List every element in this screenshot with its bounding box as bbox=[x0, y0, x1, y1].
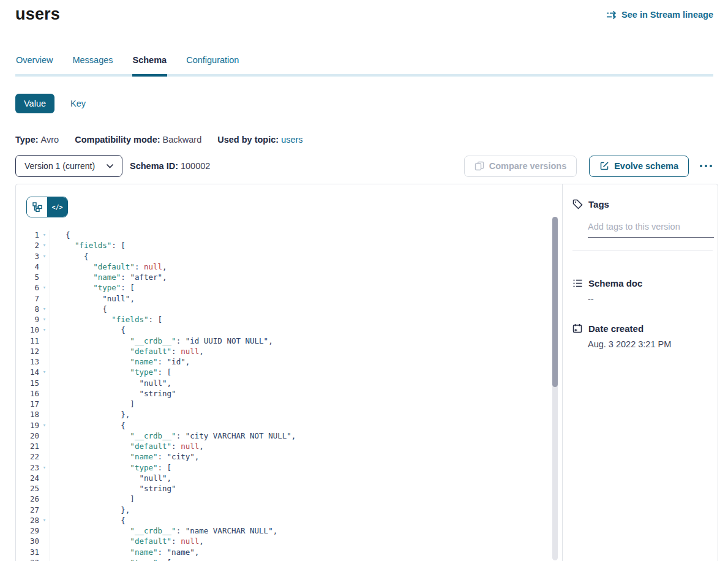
code-text: "__crdb__": "id UUID NOT NULL", bbox=[50, 336, 550, 346]
code-line: 14▾ "type": [ bbox=[16, 367, 550, 377]
key-button[interactable]: Key bbox=[70, 99, 86, 108]
fold-caret-icon[interactable]: ▾ bbox=[39, 240, 50, 250]
tab-schema[interactable]: Schema bbox=[132, 54, 168, 74]
compare-versions-icon bbox=[475, 161, 484, 171]
version-select-value: Version 1 (current) bbox=[24, 161, 95, 171]
code-line: 21 "default": null, bbox=[16, 441, 550, 451]
code-line: 19▾ { bbox=[16, 420, 550, 431]
code-text: "type": [ bbox=[50, 282, 550, 293]
stream-lineage-link[interactable]: See in Stream lineage bbox=[606, 10, 713, 20]
tree-view-button[interactable] bbox=[27, 197, 47, 217]
fold-caret-placeholder bbox=[39, 547, 50, 557]
schema-page: { "header": { "title": "users", "lineage… bbox=[0, 0, 728, 561]
line-number: 26 bbox=[16, 494, 39, 504]
more-menu-button[interactable] bbox=[699, 161, 713, 171]
code-line: 31 "name": "name", bbox=[16, 547, 550, 557]
code-line: 2▾ "fields": [ bbox=[16, 240, 550, 250]
fold-caret-placeholder bbox=[39, 494, 50, 504]
fold-caret-icon[interactable]: ▾ bbox=[39, 420, 50, 431]
code-text: "null", bbox=[50, 378, 550, 388]
code-line: 30 "default": null, bbox=[16, 536, 550, 546]
line-number: 3 bbox=[16, 251, 39, 262]
compare-versions-button[interactable]: Compare versions bbox=[464, 156, 577, 177]
line-number: 15 bbox=[16, 378, 39, 388]
code-text: "name": "after", bbox=[50, 272, 550, 282]
code-line: 28▾ { bbox=[16, 515, 550, 525]
editor-scrollbar-thumb[interactable] bbox=[552, 217, 558, 387]
fold-caret-placeholder bbox=[39, 431, 50, 441]
fold-caret-icon[interactable]: ▾ bbox=[39, 251, 50, 262]
editor-scrollbar[interactable] bbox=[552, 217, 558, 560]
value-key-toggle: Value Key bbox=[15, 94, 86, 113]
line-number: 29 bbox=[16, 525, 39, 536]
code-line: 18 }, bbox=[16, 409, 550, 420]
date-created-value: Aug. 3 2022 3:21 PM bbox=[588, 339, 713, 349]
code-text: { bbox=[50, 515, 550, 525]
code-text: "default": null, bbox=[50, 441, 550, 451]
code-text: { bbox=[50, 251, 550, 262]
fold-caret-icon[interactable]: ▾ bbox=[39, 230, 50, 240]
version-select[interactable]: Version 1 (current) bbox=[15, 155, 122, 177]
line-number: 31 bbox=[16, 547, 39, 557]
tags-section-header: Tags bbox=[572, 199, 713, 209]
code-line: 29 "__crdb__": "name VARCHAR NULL", bbox=[16, 525, 550, 536]
sidebar-divider bbox=[572, 250, 713, 251]
code-text: }, bbox=[50, 505, 550, 515]
fold-caret-placeholder bbox=[39, 441, 50, 451]
code-text: "null", bbox=[50, 473, 550, 483]
value-button[interactable]: Value bbox=[15, 94, 54, 113]
fold-caret-icon[interactable]: ▾ bbox=[39, 282, 50, 293]
tab-configuration[interactable]: Configuration bbox=[186, 54, 239, 74]
page-header: users See in Stream lineage bbox=[15, 5, 713, 24]
code-view-button[interactable]: </> bbox=[47, 197, 67, 217]
fold-caret-icon[interactable]: ▾ bbox=[39, 325, 50, 335]
tag-icon bbox=[572, 199, 583, 209]
code-line: 10▾ { bbox=[16, 325, 550, 335]
schema-doc-title: Schema doc bbox=[588, 278, 642, 288]
evolve-schema-button[interactable]: Evolve schema bbox=[589, 156, 689, 177]
code-text: ] bbox=[50, 399, 550, 409]
line-number: 20 bbox=[16, 431, 39, 441]
tab-overview[interactable]: Overview bbox=[15, 54, 53, 74]
date-created-icon bbox=[572, 323, 583, 334]
evolve-schema-label: Evolve schema bbox=[614, 161, 678, 171]
code-text: { bbox=[50, 304, 550, 314]
schema-id: Schema ID:100002 bbox=[130, 161, 210, 171]
code-line: 27 }, bbox=[16, 505, 550, 515]
code-line: 24 "null", bbox=[16, 473, 550, 483]
code-line: 23▾ "type": [ bbox=[16, 462, 550, 473]
fold-caret-placeholder bbox=[39, 505, 50, 515]
code-line: 15 "null", bbox=[16, 378, 550, 388]
tab-bar: Overview Messages Schema Configuration bbox=[15, 54, 713, 77]
editor-view-toggle: </> bbox=[26, 197, 68, 217]
schema-card: </> 1▾{2▾ "fields": [3▾ {4 "default": nu… bbox=[15, 184, 718, 561]
code-text: "string" bbox=[50, 388, 550, 399]
line-number: 17 bbox=[16, 399, 39, 409]
fold-caret-icon[interactable]: ▾ bbox=[39, 367, 50, 377]
fold-caret-icon[interactable]: ▾ bbox=[39, 304, 50, 314]
topic-link[interactable]: users bbox=[281, 135, 302, 145]
schema-editor: </> 1▾{2▾ "fields": [3▾ {4 "default": nu… bbox=[16, 184, 563, 561]
tab-messages[interactable]: Messages bbox=[72, 54, 113, 74]
fold-caret-icon[interactable]: ▾ bbox=[39, 314, 50, 325]
fold-caret-placeholder bbox=[39, 356, 50, 367]
fold-caret-icon[interactable]: ▾ bbox=[39, 557, 50, 561]
code-line: 5 "name": "after", bbox=[16, 272, 550, 282]
tags-input[interactable] bbox=[588, 222, 714, 238]
fold-caret-placeholder bbox=[39, 473, 50, 483]
line-number: 27 bbox=[16, 505, 39, 515]
fold-caret-placeholder bbox=[39, 399, 50, 409]
fold-caret-icon[interactable]: ▾ bbox=[39, 462, 50, 473]
schema-doc-icon bbox=[572, 278, 583, 288]
schema-sidebar: Tags Schema doc -- bbox=[563, 184, 718, 561]
line-number: 9 bbox=[16, 314, 39, 325]
fold-caret-placeholder bbox=[39, 409, 50, 420]
code-text: "type": [ bbox=[50, 557, 550, 561]
code-text: "default": null, bbox=[50, 536, 550, 546]
code-line: 3▾ { bbox=[16, 251, 550, 262]
tags-title: Tags bbox=[588, 199, 609, 209]
code-text: "type": [ bbox=[50, 462, 550, 473]
line-number: 28 bbox=[16, 515, 39, 525]
date-created-header: Date created bbox=[572, 323, 713, 334]
fold-caret-icon[interactable]: ▾ bbox=[39, 515, 50, 525]
